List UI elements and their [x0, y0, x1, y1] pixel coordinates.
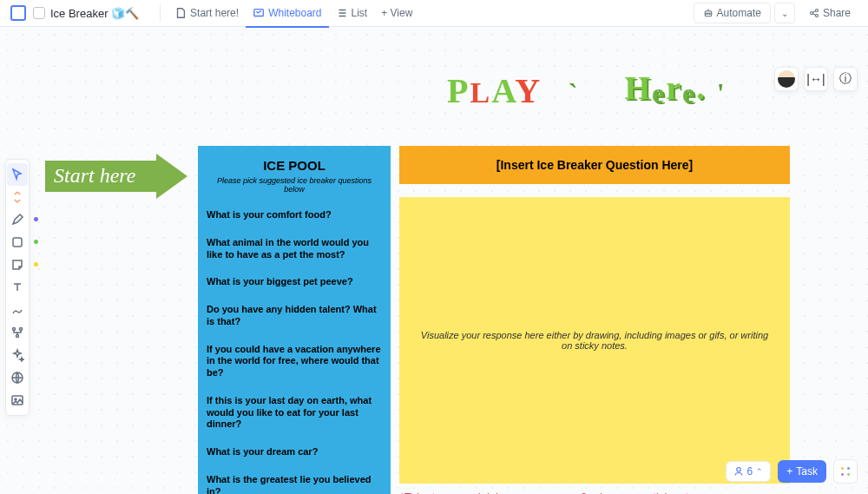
sticky-note-icon — [10, 258, 24, 272]
divider — [160, 4, 161, 22]
svg-point-17 — [841, 473, 844, 476]
tool-hand[interactable] — [7, 186, 28, 208]
share-label: Share — [823, 7, 851, 19]
svg-point-14 — [736, 468, 740, 472]
svg-point-4 — [810, 12, 812, 15]
canvas-top-controls: |↔| ⓘ — [774, 67, 858, 91]
connector-icon — [10, 303, 24, 317]
whiteboard-icon — [253, 7, 265, 19]
tab-label: Start here! — [190, 7, 239, 19]
arrow-label: Start here — [54, 164, 135, 188]
question-header-text: [Insert Ice Breaker Question Here] — [496, 158, 693, 172]
count-value: 6 — [747, 465, 753, 478]
info-icon: ⓘ — [839, 71, 852, 87]
project-title[interactable]: Ice Breaker 🧊🔨 — [50, 7, 139, 20]
tool-pen[interactable] — [7, 208, 28, 231]
share-icon — [809, 8, 819, 18]
color-dot-icon — [34, 262, 38, 267]
app-logo-icon[interactable] — [10, 5, 26, 21]
svg-point-16 — [847, 467, 850, 470]
canvas-bottom-controls: 6 ⌃ + Task — [726, 459, 858, 484]
user-avatar[interactable] — [774, 67, 799, 91]
automate-label: Automate — [717, 7, 761, 19]
add-task-button[interactable]: + Task — [778, 460, 826, 483]
svg-point-13 — [15, 398, 16, 400]
svg-point-18 — [847, 473, 850, 476]
svg-point-5 — [815, 10, 818, 12]
ice-pool-question[interactable]: What animal in the world would you like … — [207, 237, 382, 261]
pen-icon — [10, 213, 24, 227]
image-icon — [10, 393, 24, 407]
fit-width-button[interactable]: |↔| — [804, 67, 828, 91]
whiteboard-canvas[interactable]: |↔| ⓘ PLAY ` Here. ' Start here ICE POOL… — [0, 27, 868, 494]
tool-image[interactable] — [7, 389, 28, 412]
ice-pool-subtitle: Please pick suggested ice breaker questi… — [207, 176, 382, 194]
svg-rect-7 — [13, 238, 22, 247]
footnote-text: *Take turns explaining your answer, 2 mi… — [399, 491, 688, 494]
svg-point-2 — [706, 13, 707, 15]
person-icon — [733, 466, 744, 477]
color-dot-icon — [34, 240, 38, 244]
top-nav: Ice Breaker 🧊🔨 Start here! Whiteboard Li… — [0, 0, 868, 27]
share-button[interactable]: Share — [802, 3, 858, 23]
tool-shape[interactable] — [7, 231, 28, 254]
sparkle-icon — [10, 348, 24, 362]
tab-label: List — [352, 7, 368, 19]
ice-pool-title: ICE POOL — [207, 158, 382, 173]
relation-icon — [10, 326, 24, 339]
ice-pool-question[interactable]: What is your dream car? — [207, 446, 382, 458]
chevron-up-icon: ⌃ — [756, 467, 763, 476]
title-art: PLAY ` Here. ' — [447, 70, 727, 111]
text-icon — [10, 280, 24, 294]
ice-pool-card[interactable]: ICE POOL Please pick suggested ice break… — [198, 146, 391, 494]
tab-whiteboard[interactable]: Whiteboard — [246, 0, 328, 27]
automate-button[interactable]: Automate — [694, 3, 771, 23]
ice-pool-question[interactable]: What is your biggest pet peeve? — [207, 276, 382, 288]
start-here-arrow[interactable]: Start here — [45, 154, 197, 199]
automate-dropdown[interactable]: ⌄ — [774, 3, 795, 23]
grid-dots-icon — [839, 465, 852, 478]
plus-icon: + — [786, 465, 792, 478]
ice-pool-question[interactable]: If this is your last day on earth, what … — [207, 395, 382, 431]
tool-relation[interactable] — [7, 321, 28, 344]
tool-text[interactable] — [7, 276, 28, 299]
question-header-card[interactable]: [Insert Ice Breaker Question Here] — [399, 146, 790, 184]
task-checkbox[interactable] — [33, 7, 45, 19]
tool-sticky[interactable] — [7, 254, 28, 276]
tool-web[interactable] — [7, 366, 28, 389]
info-button[interactable]: ⓘ — [833, 67, 858, 91]
chevron-down-icon: ⌄ — [781, 9, 788, 18]
robot-icon — [703, 8, 713, 18]
square-icon — [10, 235, 24, 249]
arrow-head-icon — [156, 154, 187, 199]
svg-point-15 — [841, 467, 844, 470]
pointer-icon — [10, 168, 24, 181]
tab-add-view[interactable]: + View — [374, 0, 419, 27]
tool-connector[interactable] — [7, 299, 28, 321]
tool-pointer[interactable] — [7, 163, 28, 186]
more-apps-button[interactable] — [833, 459, 858, 484]
task-label: Task — [796, 465, 818, 478]
tool-ai[interactable] — [7, 344, 28, 366]
expand-icon — [10, 190, 24, 204]
avatar-icon — [778, 70, 795, 88]
tab-list[interactable]: List — [329, 0, 375, 27]
response-prompt: Visualize your response here either by d… — [417, 330, 773, 351]
tab-label: Whiteboard — [268, 7, 321, 19]
svg-point-6 — [815, 15, 818, 17]
color-dot-icon — [34, 217, 38, 221]
globe-icon — [10, 371, 24, 385]
ice-pool-question[interactable]: What is your comfort food? — [207, 209, 382, 221]
ice-pool-question[interactable]: Do you have any hidden talent? What is t… — [207, 304, 382, 328]
svg-point-3 — [708, 13, 710, 15]
ice-pool-question[interactable]: If you could have a vacation anywhere in… — [207, 344, 382, 379]
drawing-toolbar — [5, 159, 30, 416]
tab-label: + View — [381, 7, 412, 19]
response-area-card[interactable]: Visualize your response here either by d… — [399, 197, 790, 484]
participant-count[interactable]: 6 ⌃ — [726, 461, 772, 482]
list-icon — [336, 7, 348, 19]
fit-width-icon: |↔| — [806, 72, 825, 86]
tab-start-here[interactable]: Start here! — [168, 0, 246, 27]
ice-pool-question[interactable]: What is the greatest lie you believed in… — [207, 474, 382, 494]
doc-icon — [174, 7, 187, 19]
